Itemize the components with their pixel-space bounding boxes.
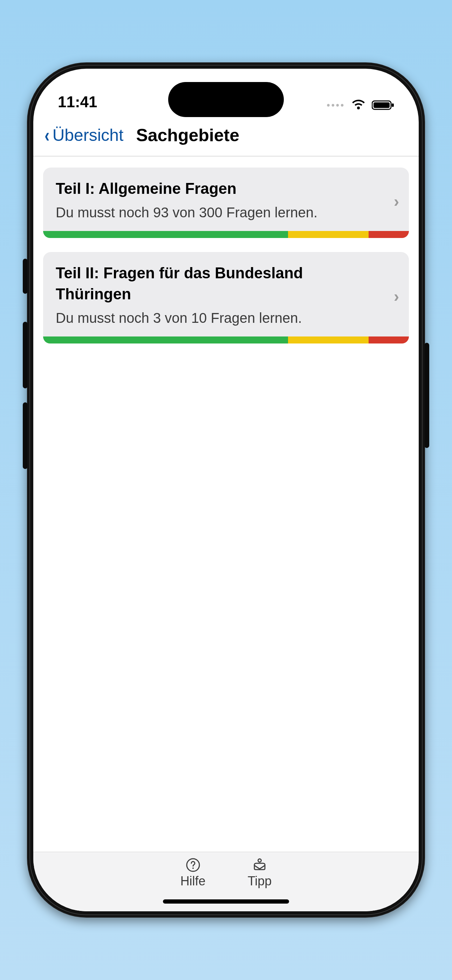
phone-frame: 11:41 •••• ‹ — [27, 62, 425, 918]
help-label: Hilfe — [180, 874, 206, 889]
tip-button[interactable]: Tipp — [248, 858, 272, 889]
progress-bar — [43, 231, 409, 238]
tip-label: Tipp — [248, 874, 272, 889]
tip-icon — [252, 858, 267, 872]
help-icon — [186, 858, 201, 872]
chevron-right-icon: › — [394, 286, 399, 305]
cellular-dots-icon: •••• — [327, 100, 345, 111]
content-area[interactable]: Teil I: Allgemeine Fragen Du musst noch … — [33, 156, 419, 852]
progress-yellow — [288, 231, 369, 238]
card-title: Teil I: Allgemeine Fragen — [56, 178, 396, 199]
status-right: •••• — [327, 100, 394, 111]
back-label: Übersicht — [53, 126, 124, 145]
card-title: Teil II: Fragen für das Bundesland Thüri… — [56, 262, 396, 304]
screen: 11:41 •••• ‹ — [33, 69, 419, 911]
side-button-silence — [23, 259, 28, 294]
side-button-volume-up — [23, 322, 28, 388]
card-subtitle: Du musst noch 93 von 300 Fragen lernen. — [56, 203, 396, 222]
chevron-right-icon: › — [394, 191, 399, 210]
category-card-1[interactable]: Teil I: Allgemeine Fragen Du musst noch … — [43, 167, 409, 238]
svg-point-5 — [258, 859, 261, 862]
svg-point-4 — [193, 867, 194, 869]
progress-green — [43, 336, 288, 344]
svg-rect-1 — [374, 102, 390, 108]
progress-red — [369, 231, 409, 238]
back-button[interactable]: ‹ Übersicht — [40, 123, 127, 148]
category-card-2[interactable]: Teil II: Fragen für das Bundesland Thüri… — [43, 252, 409, 344]
progress-yellow — [288, 336, 369, 344]
side-button-volume-down — [23, 402, 28, 469]
dynamic-island — [168, 82, 284, 117]
wifi-icon — [351, 100, 366, 111]
status-time: 11:41 — [58, 93, 97, 111]
chevron-left-icon: ‹ — [45, 126, 49, 145]
nav-bar: ‹ Übersicht Sachgebiete — [33, 114, 419, 156]
page-title: Sachgebiete — [136, 125, 239, 145]
progress-green — [43, 231, 288, 238]
svg-rect-2 — [392, 103, 394, 107]
home-indicator[interactable] — [163, 899, 289, 904]
progress-red — [369, 336, 409, 344]
progress-bar — [43, 336, 409, 344]
help-button[interactable]: Hilfe — [180, 858, 206, 889]
card-subtitle: Du musst noch 3 von 10 Fragen lernen. — [56, 309, 396, 328]
battery-icon — [372, 100, 394, 110]
side-button-power — [424, 343, 429, 448]
